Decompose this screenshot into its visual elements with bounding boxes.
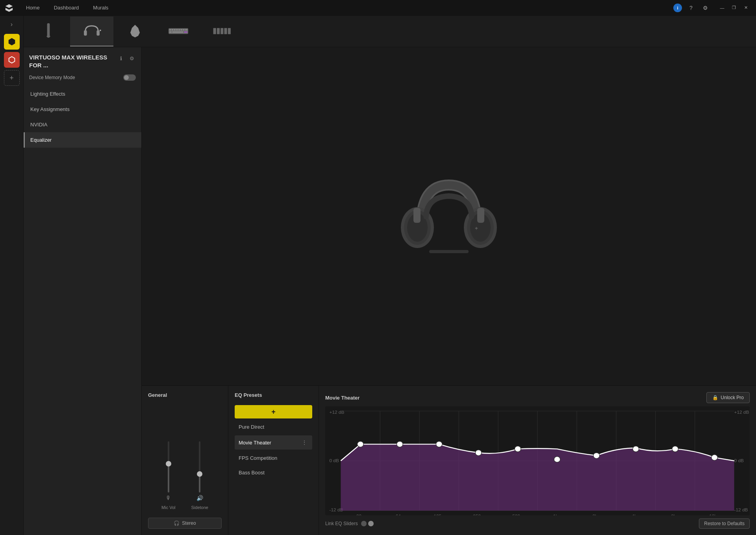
- preset-fps-label: FPS Competition: [239, 455, 277, 461]
- sidebar-collapse-button[interactable]: ›: [5, 19, 19, 30]
- svg-point-59: [672, 446, 678, 452]
- svg-rect-6: [169, 29, 171, 31]
- left-nav-menu: Lighting Effects Key Assignments NVIDIA …: [24, 86, 141, 535]
- device-memory-row: Device Memory Mode: [24, 72, 141, 86]
- svg-text:-12 dB: -12 dB: [734, 508, 748, 512]
- minimize-button[interactable]: —: [717, 3, 728, 13]
- main-content: VIRTUOSO MAX WIRELESS FOR ... ℹ ⚙ Device…: [24, 16, 756, 535]
- device-tab-corsair[interactable]: [113, 17, 157, 46]
- eq-chart-title: Movie Theater: [325, 395, 359, 401]
- svg-point-56: [554, 457, 560, 462]
- svg-rect-17: [213, 28, 216, 34]
- link-eq-toggle[interactable]: [361, 521, 374, 526]
- chevron-left-icon: ›: [11, 21, 13, 28]
- general-section: General 🎙 Mic Vol: [142, 386, 228, 535]
- headset-device-image: [82, 24, 102, 39]
- device-tabs: [24, 16, 756, 47]
- preset-item-movie-theater[interactable]: Movie Theater ⋮: [235, 435, 312, 450]
- menu-item-equalizer[interactable]: Equalizer: [24, 132, 141, 148]
- restore-defaults-button[interactable]: Restore to Defaults: [699, 518, 750, 529]
- nav-dashboard[interactable]: Dashboard: [48, 2, 85, 13]
- maximize-button[interactable]: ❐: [728, 3, 739, 13]
- keyboard-device-image: [169, 24, 188, 39]
- svg-rect-8: [174, 29, 176, 31]
- svg-point-54: [475, 450, 482, 455]
- preset-item-fps[interactable]: FPS Competition: [235, 452, 312, 464]
- device-tab-stick[interactable]: [27, 17, 70, 46]
- device-memory-toggle[interactable]: [123, 74, 136, 81]
- svg-text:✦: ✦: [474, 226, 479, 231]
- titlebar: Home Dashboard Murals i ? ⚙ — ❐ ✕: [0, 0, 756, 16]
- svg-rect-12: [183, 29, 184, 31]
- svg-rect-5: [169, 28, 188, 33]
- svg-point-52: [397, 441, 403, 447]
- notification-icon[interactable]: i: [673, 4, 682, 12]
- stereo-label: Stereo: [182, 520, 196, 526]
- window-controls: — ❐ ✕: [717, 3, 751, 13]
- device-header-icons: ℹ ⚙: [117, 54, 136, 62]
- app-body: › +: [0, 16, 756, 535]
- preset-item-pure-direct[interactable]: Pure Direct: [235, 421, 312, 433]
- device-tab-ram[interactable]: [200, 17, 243, 46]
- sidetone-thumb[interactable]: [197, 471, 202, 477]
- device-tab-headset[interactable]: [70, 17, 113, 46]
- device-info-button[interactable]: ℹ: [117, 54, 125, 62]
- speaker-icon: 🔊: [196, 495, 203, 501]
- svg-text:+12 dB: +12 dB: [330, 410, 345, 415]
- sidetone-slider-col: 🔊 Sidetone: [191, 441, 208, 510]
- sidetone-track[interactable]: [199, 441, 200, 492]
- unlock-pro-label: Unlock Pro: [721, 395, 744, 400]
- svg-rect-15: [172, 31, 183, 33]
- eq-chart-container: +12 dB 0 dB -12 dB +12 dB 0 dB -12 dB: [325, 406, 750, 515]
- mic-vol-track[interactable]: [168, 441, 169, 492]
- stick-device-image: [39, 24, 58, 39]
- eq-chart-header: Movie Theater 🔒 Unlock Pro: [325, 392, 750, 403]
- mic-vol-fill: [168, 465, 169, 493]
- svg-text:2k: 2k: [593, 514, 598, 515]
- svg-text:32: 32: [356, 514, 361, 515]
- svg-rect-30: [429, 250, 469, 253]
- svg-point-4: [100, 30, 101, 31]
- svg-text:250: 250: [473, 514, 481, 515]
- main-nav: Home Dashboard Murals: [20, 2, 673, 13]
- unlock-pro-button[interactable]: 🔒 Unlock Pro: [706, 392, 750, 403]
- ram-device-image: [212, 24, 232, 39]
- headset-icon: 🎧: [174, 520, 180, 526]
- mic-vol-slider-col: 🎙 Mic Vol: [161, 441, 175, 510]
- nav-home[interactable]: Home: [20, 2, 46, 13]
- svg-text:0 dB: 0 dB: [330, 459, 339, 463]
- headset-image-container: ✦: [386, 154, 512, 280]
- link-dot-2: [368, 521, 374, 526]
- menu-item-nvidia[interactable]: NVIDIA: [24, 117, 141, 132]
- nav-murals[interactable]: Murals: [87, 2, 115, 13]
- svg-rect-11: [181, 29, 182, 31]
- svg-rect-9: [176, 29, 178, 31]
- add-profile-button[interactable]: +: [4, 70, 20, 86]
- mic-vol-thumb[interactable]: [166, 461, 171, 467]
- device-tab-keyboard[interactable]: [157, 17, 200, 46]
- close-button[interactable]: ✕: [740, 3, 751, 13]
- help-icon[interactable]: ?: [686, 3, 696, 13]
- sidebar-item-yellow[interactable]: [4, 34, 20, 50]
- svg-rect-21: [228, 28, 231, 34]
- general-title: General: [148, 392, 222, 398]
- device-settings-button[interactable]: ⚙: [128, 54, 136, 62]
- svg-text:64: 64: [396, 514, 401, 515]
- eq-chart-section: Movie Theater 🔒 Unlock Pro +: [319, 386, 756, 535]
- settings-icon[interactable]: ⚙: [700, 3, 710, 13]
- stereo-button[interactable]: 🎧 Stereo: [148, 518, 222, 529]
- svg-text:1k: 1k: [553, 514, 558, 515]
- preset-more-button[interactable]: ⋮: [300, 439, 308, 446]
- svg-point-53: [436, 441, 442, 447]
- menu-item-key-assignments[interactable]: Key Assignments: [24, 102, 141, 117]
- menu-item-lighting[interactable]: Lighting Effects: [24, 86, 141, 102]
- preset-item-bass-boost[interactable]: Bass Boost: [235, 467, 312, 479]
- app-logo: [5, 4, 13, 12]
- hexagon-outline-icon: [7, 56, 16, 64]
- eq-chart-svg: +12 dB 0 dB -12 dB +12 dB 0 dB -12 dB: [325, 406, 750, 515]
- svg-text:+12 dB: +12 dB: [734, 410, 749, 415]
- sidebar-item-red[interactable]: [4, 52, 20, 68]
- sliders-area: 🎙 Mic Vol 🔊 Sidetone: [148, 403, 222, 515]
- add-preset-button[interactable]: +: [235, 405, 312, 418]
- eq-chart-footer: Link EQ Sliders Restore to Defaults: [325, 518, 750, 529]
